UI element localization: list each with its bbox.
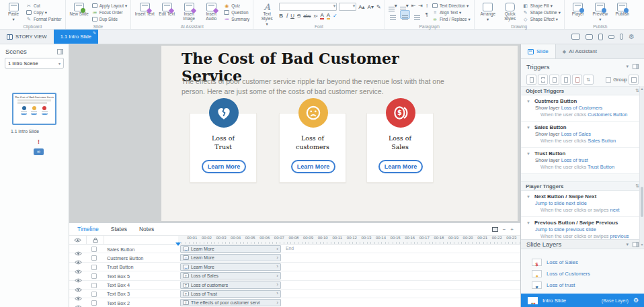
line-spacing-button[interactable]: ↕ — [426, 3, 428, 9]
font-size-select[interactable] — [339, 3, 356, 11]
slide-stage[interactable]: The Cost of Bad Customer Service The eff… — [161, 46, 518, 221]
tab-ai-assistant[interactable]: ◆ AI Assistant — [556, 44, 604, 58]
find-replace-button[interactable]: ∞Find / Replace▾ — [432, 16, 471, 22]
quick-styles-button[interactable]: Quick Styles — [500, 1, 520, 21]
indent-decrease-button[interactable]: ⇤ — [411, 3, 416, 9]
clear-format-button[interactable]: ✎ — [376, 4, 381, 10]
columns-button[interactable]: ¶ — [424, 11, 430, 18]
lock-checkbox[interactable] — [91, 283, 97, 288]
layer-settings-gear-icon[interactable]: ⚙ — [633, 297, 639, 304]
new-trigger-button[interactable] — [526, 75, 536, 85]
timeline-row-text-box-4[interactable]: Text Box 4 TLoss of customers› — [69, 281, 520, 290]
highlight-button[interactable]: A — [327, 12, 330, 19]
focus-order-button[interactable]: ≔Focus Order — [91, 9, 128, 15]
player-button[interactable]: Player — [568, 1, 588, 17]
timeline-ruler[interactable]: 00:01 00:02 00:03 00:04 00:05 00:06 00:0… — [178, 236, 520, 244]
timeline-bar[interactable]: TLoss of Trust› — [180, 290, 281, 298]
quiz-button[interactable]: ◉Quiz — [223, 3, 249, 9]
phone-portrait-view-icon[interactable] — [620, 34, 623, 40]
tab-states[interactable]: States — [111, 226, 127, 232]
learn-more-button-sales[interactable]: Learn More — [378, 160, 423, 173]
publish-button[interactable]: Publish — [612, 1, 633, 17]
timeline-row-custmers-button[interactable]: Custmers Button ▭Learn More› — [69, 253, 520, 262]
align-text-button[interactable]: ≡Align Text▾ — [432, 9, 471, 15]
layer-link[interactable]: Loss of Sales — [561, 131, 591, 137]
align-right-button[interactable] — [413, 11, 421, 18]
shape-fill-button[interactable]: ◧Shape Fill▾ — [522, 3, 561, 9]
collapse-panel-icon[interactable] — [633, 64, 639, 69]
triggers-scrollbar[interactable]: ▲ ▼ — [639, 86, 644, 247]
timeline-bar[interactable]: ▭Learn More› — [180, 263, 281, 271]
slide-canvas[interactable]: The Cost of Bad Customer Service The eff… — [69, 44, 520, 222]
slide-link[interactable]: next slide — [566, 200, 587, 206]
preview-button[interactable]: Preview ▾ — [590, 1, 610, 22]
jump-action[interactable]: Jump to slide — [535, 200, 565, 206]
tab-timeline[interactable]: Timeline — [77, 226, 99, 232]
chevron-down-icon[interactable]: ▼ — [526, 126, 530, 130]
chevron-down-icon[interactable]: ▼ — [526, 99, 530, 103]
chevron-down-icon[interactable]: ▾ — [626, 64, 629, 69]
tab-intro-slide[interactable]: 1.1 Intro Slide ✎ — [54, 30, 98, 44]
font-name-select[interactable] — [279, 3, 337, 11]
italic-button[interactable]: I — [286, 13, 288, 19]
lock-checkbox[interactable] — [91, 273, 97, 279]
tab-notes[interactable]: Notes — [139, 226, 154, 232]
chevron-down-icon[interactable]: ▾ — [626, 242, 629, 247]
eye-icon[interactable] — [75, 300, 82, 307]
scrollbar-thumb[interactable] — [641, 187, 643, 217]
lock-checkbox[interactable] — [91, 300, 97, 306]
tablet-landscape-view-icon[interactable] — [586, 34, 593, 40]
collapse-panel-icon[interactable] — [57, 49, 63, 54]
timeline-bar[interactable]: TLoss of Sales› — [180, 272, 281, 279]
gesture-link[interactable]: next — [610, 207, 620, 213]
reorder-trigger-button[interactable]: ⇅ — [583, 75, 594, 85]
shape-effect-button[interactable]: ◇Shape Effect▾ — [522, 16, 561, 22]
slide-thumbnail[interactable]: The Cost of Bad Customer Service — [12, 93, 56, 125]
tab-slide-panel[interactable]: Slide — [521, 44, 556, 58]
paste-button[interactable]: Paste ▾ — [3, 1, 24, 22]
trigger-list-options-button[interactable] — [629, 75, 639, 85]
strike-abc-button[interactable]: abc — [303, 13, 311, 18]
delete-trigger-button[interactable] — [572, 75, 582, 85]
sales-card[interactable]: $ Loss ofSales Learn More — [366, 113, 434, 183]
slide-link[interactable]: previous slide — [566, 226, 596, 232]
object-link[interactable]: Customers Button — [588, 112, 627, 118]
timeline-bar[interactable]: TThe effects of poor customer servi› — [180, 299, 281, 306]
preview-settings-gear-icon[interactable]: ⚙ — [629, 33, 635, 40]
new-slide-button[interactable]: New Slide — [69, 1, 89, 17]
dup-slide-button[interactable]: Dup Slide — [91, 16, 128, 22]
desktop-view-icon[interactable] — [571, 34, 580, 40]
apply-layout-button[interactable]: Apply Layout▾ — [91, 3, 128, 9]
scene-select[interactable]: 1 Intro Scene ▾ — [5, 58, 64, 69]
paste-trigger-button[interactable] — [561, 75, 571, 85]
tablet-portrait-view-icon[interactable] — [598, 34, 603, 40]
spellcheck-button[interactable]: ✓ — [333, 13, 337, 19]
text-styles-button[interactable]: A Text Styles ▾ — [257, 1, 277, 27]
object-link[interactable]: Sales Button — [588, 138, 616, 144]
superscript-button[interactable]: x² — [314, 13, 318, 18]
layer-loss-of-sales[interactable]: $ Loss of Sales — [521, 257, 644, 268]
shrink-font-button[interactable]: A▾ — [368, 4, 374, 10]
underline-button[interactable]: U — [290, 13, 294, 19]
font-color-button[interactable]: A — [320, 12, 323, 19]
learn-more-button-trust[interactable]: Learn More — [202, 160, 246, 173]
format-painter-button[interactable]: ✎Format Painter — [26, 16, 62, 22]
group-checkbox[interactable] — [606, 77, 611, 83]
indent-increase-button[interactable]: ⇥ — [418, 3, 423, 9]
lock-checkbox[interactable] — [91, 292, 97, 297]
timeline-row-text-box-5[interactable]: Text Box 5 TLoss of Sales› — [69, 271, 520, 280]
timeline-bar[interactable]: ▭Learn More› — [180, 245, 281, 253]
insert-text-button[interactable]: Insert Text — [134, 1, 155, 17]
lock-checkbox[interactable] — [91, 255, 97, 261]
collapse-panel-icon[interactable] — [633, 242, 639, 247]
chevron-down-icon[interactable]: ▼ — [526, 221, 530, 225]
phone-landscape-view-icon[interactable] — [608, 35, 614, 39]
edit-text-button[interactable]: Edit Text — [157, 1, 177, 17]
bold-button[interactable]: B — [279, 13, 283, 19]
grow-font-button[interactable]: A▴ — [358, 4, 364, 10]
gesture-link[interactable]: previous — [610, 233, 629, 239]
timeline-bar[interactable]: TLoss of customers› — [180, 281, 281, 289]
zoom-out-icon[interactable]: − — [503, 226, 506, 232]
timeline-row-sales-button[interactable]: Sales Button ▭Learn More› End — [69, 245, 520, 253]
layer-loss-of-trust[interactable]: ♥ Loss of trust — [521, 279, 644, 291]
